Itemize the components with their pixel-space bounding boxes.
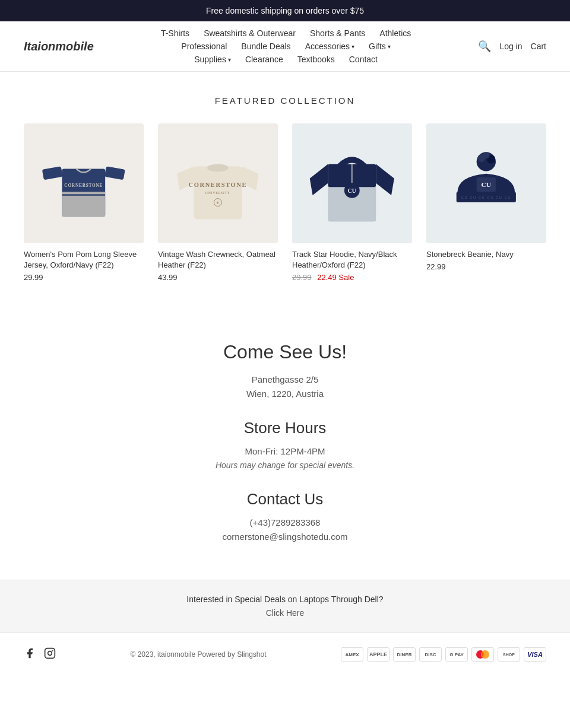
gifts-chevron-icon: ▾ [388,43,391,50]
featured-collection: FEATURED COLLECTION [0,72,570,306]
footer-social [24,647,56,662]
payment-applepay: APPLE [367,647,390,662]
instagram-icon [44,647,56,659]
product-price-3: 29.99 22.49 Sale [292,273,412,282]
site-footer: © 2023, itaionmobile Powered by Slingsho… [0,633,570,676]
header-icons: 🔍 Log in Cart [478,40,546,53]
nav-gifts[interactable]: Gifts ▾ [369,42,391,51]
supplies-chevron-icon: ▾ [228,56,231,63]
products-grid: CORNERSTONE Women's Pom Pom Long Sleeve … [24,123,546,282]
nav-row-1: T-Shirts Sweatshirts & Outerwear Shorts … [161,28,411,38]
nav-sweatshirts[interactable]: Sweatshirts & Outerwear [204,28,296,38]
payment-visa: VISA [524,647,546,662]
search-icon: 🔍 [478,40,491,52]
nav-athletics[interactable]: Athletics [379,28,411,38]
nav-textbooks[interactable]: Textbooks [297,55,335,64]
product-image-2: CORNERSTONE UNIVERSITY ⚜ [158,123,278,243]
nav-bundle-deals[interactable]: Bundle Deals [241,42,290,51]
contact-title: Contact Us [24,490,546,508]
product-image-1: CORNERSTONE [24,123,144,243]
svg-text:CU CU CU CU CU CU: CU CU CU CU CU CU [461,196,511,199]
come-see-us-title: Come See Us! [24,341,546,363]
nav-professional[interactable]: Professional [181,42,227,51]
nav-tshirts[interactable]: T-Shirts [161,28,189,38]
store-hours: Mon-Fri: 12PM-4PM [24,444,546,459]
address-line2: Wien, 1220, Austria [24,387,546,401]
product-card-3[interactable]: CU Track Star Hoodie, Navy/Black Heather… [292,123,412,282]
nav-row-3: Supplies ▾ Clearance Textbooks Contact [194,55,378,64]
store-info-section: Come See Us! Panethgasse 2/5 Wien, 1220,… [0,306,570,579]
svg-point-26 [483,152,489,158]
product-card-4[interactable]: CU CU CU CU CU CU CU Stonebreck Beanie, … [426,123,546,282]
nav-clearance[interactable]: Clearance [245,55,283,64]
product-price-1: 29.99 [24,273,144,282]
product-price-4: 22.99 [426,262,546,271]
svg-rect-5 [62,196,106,198]
facebook-icon [24,647,36,659]
store-phone: (+43)7289283368 [24,516,546,530]
svg-marker-19 [376,164,394,196]
dell-banner: Interested in Special Deals on Laptops T… [0,580,570,633]
product-name-4: Stonebreck Beanie, Navy [426,249,546,260]
svg-point-11 [207,164,229,172]
svg-rect-4 [62,192,106,195]
payment-googlepay: G PAY [445,647,468,662]
nav-supplies[interactable]: Supplies ▾ [194,55,231,64]
product-image-3: CU [292,123,412,243]
product-name-2: Vintage Wash Crewneck, Oatmeal Heather (… [158,249,278,271]
svg-text:UNIVERSITY: UNIVERSITY [205,191,230,195]
product-name-1: Women's Pom Pom Long Sleeve Jersey, Oxfo… [24,249,144,271]
svg-text:CU: CU [482,181,491,188]
svg-text:CU: CU [348,187,356,194]
cart-link[interactable]: Cart [531,42,546,51]
mastercard-icon [474,649,491,660]
store-hours-title: Store Hours [24,419,546,437]
svg-rect-31 [45,648,55,658]
product-name-3: Track Star Hoodie, Navy/Black Heather/Ox… [292,249,412,271]
payment-shoppay: SHOP [498,647,520,662]
login-link[interactable]: Log in [499,42,522,51]
nav-row-2: Professional Bundle Deals Accessories ▾ … [181,42,391,51]
payment-mastercard [471,647,494,662]
main-nav: T-Shirts Sweatshirts & Outerwear Shorts … [161,28,411,64]
instagram-link[interactable] [44,647,56,662]
site-logo[interactable]: Itaionmobile [24,40,94,53]
nav-accessories[interactable]: Accessories ▾ [305,42,354,51]
product-image-4: CU CU CU CU CU CU CU [426,123,546,243]
svg-rect-3 [104,166,125,180]
facebook-link[interactable] [24,647,36,662]
nav-shorts-pants[interactable]: Shorts & Pants [310,28,365,38]
announcement-text: Free domestic shipping on orders over $7… [206,6,364,15]
svg-text:CORNERSTONE: CORNERSTONE [189,182,248,188]
site-header: Itaionmobile T-Shirts Sweatshirts & Oute… [0,21,570,72]
dell-text: Interested in Special Deals on Laptops T… [24,595,546,604]
product-price-2: 43.99 [158,273,278,282]
address-line1: Panethgasse 2/5 [24,373,546,387]
nav-contact[interactable]: Contact [349,55,378,64]
svg-text:CORNERSTONE: CORNERSTONE [65,183,103,188]
dell-link[interactable]: Click Here [266,608,305,618]
footer-copyright: © 2023, itaionmobile Powered by Slingsho… [131,650,267,659]
hours-note: Hours may change for special events. [24,459,546,472]
svg-text:⚜: ⚜ [217,201,220,205]
payment-amex: AMEX [341,647,363,662]
payment-discover: DISC [419,647,442,662]
svg-rect-2 [42,166,63,180]
announcement-bar: Free domestic shipping on orders over $7… [0,0,570,21]
accessories-chevron-icon: ▾ [352,43,354,50]
product-card-1[interactable]: CORNERSTONE Women's Pom Pom Long Sleeve … [24,123,144,282]
search-button[interactable]: 🔍 [478,40,491,53]
svg-rect-1 [62,198,106,217]
featured-title: FEATURED COLLECTION [24,96,546,106]
payment-icons: AMEX APPLE DINER DISC G PAY SHOP VISA [341,647,546,662]
svg-point-33 [52,650,53,651]
product-card-2[interactable]: CORNERSTONE UNIVERSITY ⚜ Vintage Wash Cr… [158,123,278,282]
svg-marker-18 [310,164,328,196]
payment-diners: DINER [393,647,416,662]
svg-point-32 [48,651,52,655]
store-email: cornerstone@slingshotedu.com [24,530,546,544]
